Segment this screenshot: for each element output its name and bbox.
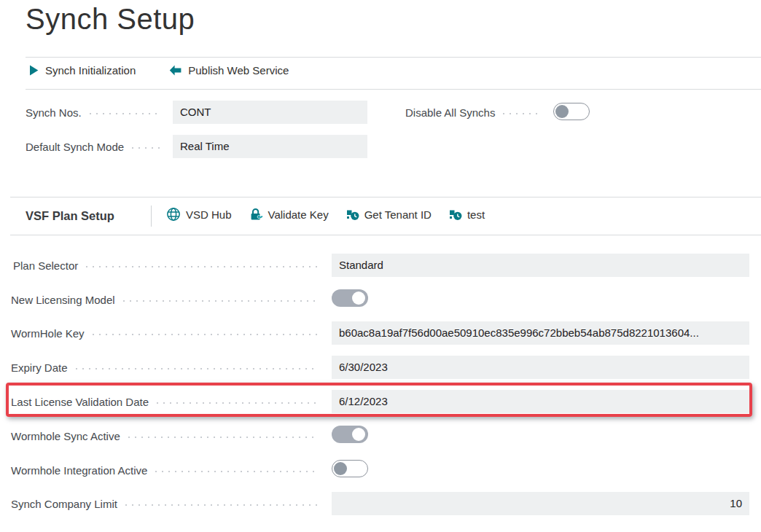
tenant-id-icon [449, 208, 462, 221]
plan-selector-field[interactable]: Standard [332, 254, 749, 277]
plan-selector-label: Plan Selector [13, 257, 324, 273]
action-label: Validate Key [268, 208, 329, 221]
synch-nos-label: Synch Nos. [26, 104, 168, 120]
action-label: Publish Web Service [188, 64, 289, 77]
dotted-leader [86, 266, 317, 267]
last-license-validation-date-field[interactable]: 6/12/2023 [332, 390, 749, 413]
disable-all-synchs-label: Disable All Synchs [405, 104, 548, 120]
action-label: Synch Initialization [45, 64, 136, 77]
toggle-knob [334, 462, 347, 475]
wormhole-sync-active-toggle[interactable] [332, 426, 368, 443]
section-divider [10, 197, 761, 197]
synch-company-limit-field[interactable]: 10 [332, 492, 749, 515]
synch-setup-page: Synch Setup Synch Initialization Publish… [0, 0, 761, 532]
dotted-leader [93, 334, 317, 335]
dotted-leader [503, 113, 541, 114]
wormhole-integration-active-label: Wormhole Integration Active [11, 462, 324, 478]
page-title: Synch Setup [26, 3, 195, 36]
vsf-plan-setup-section-title: VSF Plan Setup [26, 209, 114, 223]
test-button[interactable]: test [449, 208, 485, 221]
dotted-leader [157, 402, 317, 404]
toggle-knob [555, 105, 569, 118]
play-icon [29, 65, 39, 76]
dotted-leader [155, 471, 317, 472]
wormhole-sync-active-label: Wormhole Sync Active [11, 428, 324, 444]
wormhole-key-field[interactable]: b60ac8a19af7f56d00ae50910ec835e996c72bbe… [332, 321, 749, 345]
new-licensing-model-label: New Licensing Model [11, 292, 324, 308]
get-tenant-id-button[interactable]: Get Tenant ID [346, 208, 432, 221]
last-license-validation-date-label: Last License Validation Date [11, 394, 324, 410]
expiry-date-label: Expiry Date [11, 359, 324, 375]
wormhole-integration-active-toggle[interactable] [332, 460, 368, 477]
default-synch-mode-field[interactable]: Real Time [173, 135, 367, 158]
divider [26, 57, 761, 58]
disable-all-synchs-toggle[interactable] [553, 103, 590, 120]
section-divider [10, 235, 761, 235]
vsd-hub-button[interactable]: VSD Hub [166, 207, 232, 222]
action-label: VSD Hub [186, 208, 232, 221]
action-bar: Synch Initialization Publish Web Service [29, 64, 289, 77]
dotted-leader [125, 504, 317, 506]
publish-web-service-button[interactable]: Publish Web Service [169, 64, 289, 77]
back-arrow-icon [169, 65, 182, 76]
globe-icon [166, 207, 181, 222]
tenant-id-icon [346, 208, 359, 221]
action-label: Get Tenant ID [364, 208, 432, 221]
wormhole-key-label: WormHole Key [11, 325, 324, 341]
dotted-leader [90, 113, 160, 114]
divider [26, 89, 761, 90]
toggle-knob [352, 428, 365, 441]
new-licensing-model-toggle[interactable] [332, 289, 368, 307]
synch-nos-field[interactable]: CONT [173, 101, 367, 124]
expiry-date-field[interactable]: 6/30/2023 [332, 356, 749, 379]
synch-initialization-button[interactable]: Synch Initialization [29, 64, 136, 77]
action-label: test [467, 208, 485, 221]
toggle-knob [352, 292, 365, 305]
lock-key-icon [249, 208, 263, 221]
dotted-leader [76, 368, 317, 369]
default-synch-mode-label: Default Synch Mode [26, 138, 168, 154]
validate-key-button[interactable]: Validate Key [249, 208, 329, 221]
dotted-leader [128, 437, 317, 438]
dotted-leader [123, 300, 317, 302]
vsf-section-actions: VSD Hub Validate Key Get Tenant ID test [166, 207, 485, 222]
synch-company-limit-label: Synch Company Limit [11, 496, 324, 512]
vertical-divider [151, 206, 152, 227]
dotted-leader [132, 147, 160, 149]
